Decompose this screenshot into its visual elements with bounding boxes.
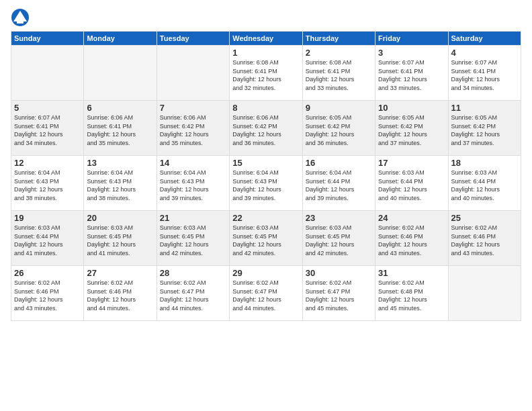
day-info: Sunrise: 6:08 AMSunset: 6:41 PMDaylight:… (232, 58, 299, 92)
day-info: Sunrise: 6:02 AMSunset: 6:46 PMDaylight:… (378, 224, 445, 257)
day-cell: 22Sunrise: 6:03 AMSunset: 6:45 PMDayligh… (230, 211, 302, 266)
day-cell: 5Sunrise: 6:07 AMSunset: 6:41 PMDaylight… (11, 101, 84, 156)
day-info: Sunrise: 6:04 AMSunset: 6:43 PMDaylight:… (232, 169, 299, 202)
day-cell: 19Sunrise: 6:03 AMSunset: 6:44 PMDayligh… (11, 211, 84, 266)
day-number: 14 (160, 158, 226, 168)
day-header-wednesday: Wednesday (230, 32, 302, 46)
day-number: 15 (232, 158, 299, 168)
day-number: 3 (378, 48, 445, 58)
week-row-4: 19Sunrise: 6:03 AMSunset: 6:44 PMDayligh… (11, 211, 521, 266)
day-cell: 12Sunrise: 6:04 AMSunset: 6:43 PMDayligh… (11, 156, 84, 211)
day-cell: 16Sunrise: 6:04 AMSunset: 6:44 PMDayligh… (302, 156, 375, 211)
day-info: Sunrise: 6:02 AMSunset: 6:48 PMDaylight:… (378, 279, 445, 312)
day-cell: 20Sunrise: 6:03 AMSunset: 6:45 PMDayligh… (84, 211, 157, 266)
day-cell (448, 266, 521, 321)
day-info: Sunrise: 6:04 AMSunset: 6:43 PMDaylight:… (87, 169, 153, 202)
day-info: Sunrise: 6:06 AMSunset: 6:42 PMDaylight:… (232, 113, 299, 147)
day-header-sunday: Sunday (11, 32, 84, 46)
day-info: Sunrise: 6:07 AMSunset: 6:41 PMDaylight:… (378, 58, 445, 92)
day-info: Sunrise: 6:04 AMSunset: 6:43 PMDaylight:… (160, 169, 226, 202)
day-cell: 13Sunrise: 6:04 AMSunset: 6:43 PMDayligh… (84, 156, 157, 211)
day-number: 23 (306, 213, 372, 223)
day-cell: 24Sunrise: 6:02 AMSunset: 6:46 PMDayligh… (375, 211, 448, 266)
week-row-2: 5Sunrise: 6:07 AMSunset: 6:41 PMDaylight… (11, 101, 521, 156)
day-info: Sunrise: 6:03 AMSunset: 6:45 PMDaylight:… (306, 224, 372, 257)
day-info: Sunrise: 6:02 AMSunset: 6:46 PMDaylight:… (14, 279, 81, 312)
svg-rect-2 (17, 21, 24, 24)
day-number: 22 (232, 213, 299, 223)
day-header-thursday: Thursday (302, 32, 375, 46)
logo-icon (11, 8, 30, 27)
day-cell: 18Sunrise: 6:03 AMSunset: 6:44 PMDayligh… (448, 156, 521, 211)
day-number: 6 (87, 103, 153, 113)
day-number: 8 (232, 103, 299, 113)
day-number: 5 (14, 103, 81, 113)
day-info: Sunrise: 6:03 AMSunset: 6:45 PMDaylight:… (87, 224, 153, 257)
day-info: Sunrise: 6:05 AMSunset: 6:42 PMDaylight:… (451, 113, 518, 147)
day-info: Sunrise: 6:06 AMSunset: 6:42 PMDaylight:… (160, 113, 226, 147)
day-cell: 10Sunrise: 6:05 AMSunset: 6:42 PMDayligh… (375, 101, 448, 156)
day-cell: 26Sunrise: 6:02 AMSunset: 6:46 PMDayligh… (11, 266, 84, 321)
day-header-tuesday: Tuesday (157, 32, 229, 46)
day-header-friday: Friday (375, 32, 448, 46)
day-info: Sunrise: 6:07 AMSunset: 6:41 PMDaylight:… (451, 58, 518, 92)
header (11, 8, 521, 27)
day-number: 31 (378, 268, 445, 278)
day-cell: 4Sunrise: 6:07 AMSunset: 6:41 PMDaylight… (448, 46, 521, 101)
day-cell: 14Sunrise: 6:04 AMSunset: 6:43 PMDayligh… (157, 156, 229, 211)
day-cell: 17Sunrise: 6:03 AMSunset: 6:44 PMDayligh… (375, 156, 448, 211)
day-number: 26 (14, 268, 81, 278)
day-cell: 7Sunrise: 6:06 AMSunset: 6:42 PMDaylight… (157, 101, 229, 156)
day-info: Sunrise: 6:04 AMSunset: 6:44 PMDaylight:… (306, 169, 372, 202)
day-info: Sunrise: 6:02 AMSunset: 6:47 PMDaylight:… (232, 279, 299, 312)
day-cell (157, 46, 229, 101)
day-cell: 27Sunrise: 6:02 AMSunset: 6:46 PMDayligh… (84, 266, 157, 321)
day-info: Sunrise: 6:04 AMSunset: 6:43 PMDaylight:… (14, 169, 81, 202)
day-cell: 31Sunrise: 6:02 AMSunset: 6:48 PMDayligh… (375, 266, 448, 321)
day-cell: 8Sunrise: 6:06 AMSunset: 6:42 PMDaylight… (230, 101, 302, 156)
day-number: 28 (160, 268, 226, 278)
day-info: Sunrise: 6:03 AMSunset: 6:44 PMDaylight:… (14, 224, 81, 257)
day-number: 7 (160, 103, 226, 113)
day-number: 17 (378, 158, 445, 168)
day-cell: 28Sunrise: 6:02 AMSunset: 6:47 PMDayligh… (157, 266, 229, 321)
week-row-3: 12Sunrise: 6:04 AMSunset: 6:43 PMDayligh… (11, 156, 521, 211)
day-header-saturday: Saturday (448, 32, 521, 46)
day-number: 18 (451, 158, 518, 168)
day-number: 25 (451, 213, 518, 223)
day-cell: 2Sunrise: 6:08 AMSunset: 6:41 PMDaylight… (302, 46, 375, 101)
day-number: 24 (378, 213, 445, 223)
week-row-5: 26Sunrise: 6:02 AMSunset: 6:46 PMDayligh… (11, 266, 521, 321)
day-info: Sunrise: 6:03 AMSunset: 6:45 PMDaylight:… (232, 224, 299, 257)
logo (11, 8, 32, 27)
day-number: 27 (87, 268, 153, 278)
day-info: Sunrise: 6:08 AMSunset: 6:41 PMDaylight:… (306, 58, 372, 92)
day-number: 16 (306, 158, 372, 168)
day-info: Sunrise: 6:03 AMSunset: 6:44 PMDaylight:… (378, 169, 445, 202)
page: SundayMondayTuesdayWednesdayThursdayFrid… (0, 0, 532, 411)
day-info: Sunrise: 6:02 AMSunset: 6:47 PMDaylight:… (160, 279, 226, 312)
day-cell: 25Sunrise: 6:02 AMSunset: 6:46 PMDayligh… (448, 211, 521, 266)
calendar: SundayMondayTuesdayWednesdayThursdayFrid… (11, 31, 521, 321)
day-number: 12 (14, 158, 81, 168)
day-number: 11 (451, 103, 518, 113)
day-cell: 6Sunrise: 6:06 AMSunset: 6:41 PMDaylight… (84, 101, 157, 156)
day-number: 1 (232, 48, 299, 58)
day-cell: 15Sunrise: 6:04 AMSunset: 6:43 PMDayligh… (230, 156, 302, 211)
day-cell: 23Sunrise: 6:03 AMSunset: 6:45 PMDayligh… (302, 211, 375, 266)
day-cell: 30Sunrise: 6:02 AMSunset: 6:47 PMDayligh… (302, 266, 375, 321)
day-info: Sunrise: 6:03 AMSunset: 6:45 PMDaylight:… (160, 224, 226, 257)
day-number: 2 (306, 48, 372, 58)
day-info: Sunrise: 6:02 AMSunset: 6:46 PMDaylight:… (451, 224, 518, 257)
day-number: 21 (160, 213, 226, 223)
day-cell: 1Sunrise: 6:08 AMSunset: 6:41 PMDaylight… (230, 46, 302, 101)
day-cell: 29Sunrise: 6:02 AMSunset: 6:47 PMDayligh… (230, 266, 302, 321)
day-number: 4 (451, 48, 518, 58)
day-info: Sunrise: 6:02 AMSunset: 6:46 PMDaylight:… (87, 279, 153, 312)
day-number: 9 (306, 103, 372, 113)
day-info: Sunrise: 6:06 AMSunset: 6:41 PMDaylight:… (87, 113, 153, 147)
day-info: Sunrise: 6:03 AMSunset: 6:44 PMDaylight:… (451, 169, 518, 202)
day-info: Sunrise: 6:05 AMSunset: 6:42 PMDaylight:… (378, 113, 445, 147)
week-row-1: 1Sunrise: 6:08 AMSunset: 6:41 PMDaylight… (11, 46, 521, 101)
day-info: Sunrise: 6:02 AMSunset: 6:47 PMDaylight:… (306, 279, 372, 312)
